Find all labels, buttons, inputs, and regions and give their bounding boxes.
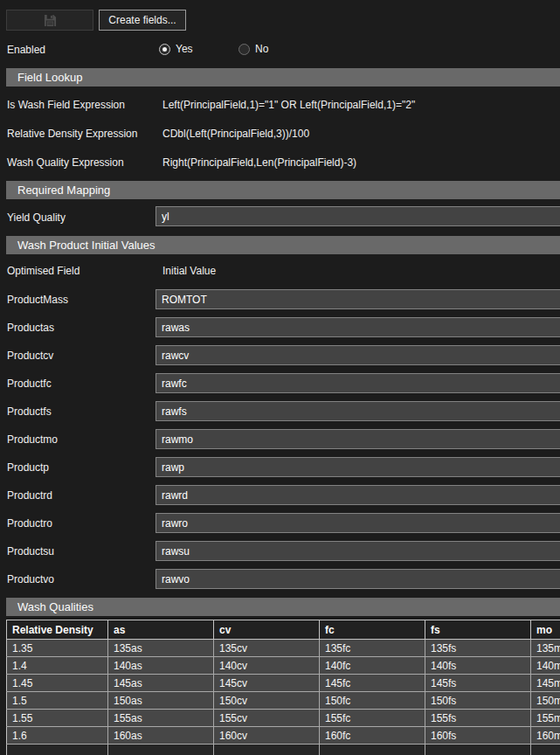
table-cell[interactable]: 150fs xyxy=(425,692,531,710)
initial-value-input-productvo[interactable] xyxy=(156,569,560,589)
table-row: 1.45145as145cv145fc145fs145mo xyxy=(7,675,560,692)
table-row: 1.55155as155cv155fc155fs155mo xyxy=(7,710,560,727)
optimised-field-label: Productfs xyxy=(7,405,52,418)
table-row: 1.6160as160cv160fc160fs160mo xyxy=(7,727,560,745)
table-cell[interactable]: 150cv xyxy=(214,692,320,710)
expression-row-value: Left(PrincipalField,1)="1" OR Left(Princ… xyxy=(162,99,415,111)
expression-row-label: Wash Quality Expression xyxy=(7,156,124,169)
table-cell-empty[interactable] xyxy=(425,745,531,755)
column-header-as[interactable]: as xyxy=(108,620,214,640)
column-header-fc[interactable]: fc xyxy=(320,620,425,640)
table-cell[interactable]: 160fc xyxy=(320,727,425,745)
table-cell[interactable]: 160cv xyxy=(214,727,320,745)
table-row: 1.4140as140cv140fc140fs140mo xyxy=(7,657,560,675)
section-header-field-lookup: Field Lookup xyxy=(6,68,560,87)
optimised-field-label: Productfc xyxy=(7,378,52,390)
initial-value-input-productsu[interactable] xyxy=(156,541,560,561)
optimised-field-label: Productro xyxy=(7,517,52,530)
table-cell[interactable]: 155as xyxy=(108,710,214,727)
table-cell[interactable]: 160as xyxy=(108,727,214,745)
table-cell[interactable]: 135mo xyxy=(531,640,560,657)
initial-value-column-header: Initial Value xyxy=(162,265,216,277)
table-header-row: Relative Densityascvfcfsmo xyxy=(7,620,560,640)
save-button[interactable] xyxy=(6,10,93,31)
optimised-field-label: ProductMass xyxy=(7,294,68,306)
table-cell[interactable]: 1.6 xyxy=(7,727,108,745)
section-header-wash-product-initial-values: Wash Product Initial Values xyxy=(6,236,560,254)
expression-row-value: Right(PrincipalField,Len(PrincipalField)… xyxy=(162,156,356,169)
enabled-radio-no[interactable]: No xyxy=(239,42,268,56)
optimised-field-column-header: Optimised Field xyxy=(7,265,80,277)
table-cell[interactable]: 145mo xyxy=(531,675,560,692)
table-cell[interactable]: 140fc xyxy=(320,657,425,675)
table-cell[interactable]: 140fs xyxy=(425,657,531,675)
yield-quality-label: Yield Quality xyxy=(7,211,66,224)
table-cell[interactable]: 145fc xyxy=(320,675,425,692)
table-cell[interactable]: 145cv xyxy=(214,675,320,692)
column-header-mo[interactable]: mo xyxy=(531,620,560,640)
radio-yes-label: Yes xyxy=(176,43,193,55)
optimised-field-label: Productcv xyxy=(7,350,53,362)
table-cell[interactable]: 1.35 xyxy=(7,640,108,657)
table-row: 1.35135as135cv135fc135fs135mo xyxy=(7,640,560,657)
column-header-relative-density[interactable]: Relative Density xyxy=(7,620,108,640)
initial-value-input-productfc[interactable] xyxy=(156,373,560,393)
table-cell[interactable]: 140cv xyxy=(214,657,320,675)
table-cell[interactable]: 150mo xyxy=(531,692,560,710)
initial-value-input-productrd[interactable] xyxy=(156,485,560,505)
table-row: 1.5150as150cv150fc150fs150mo xyxy=(7,692,560,710)
new-row-placeholder[interactable] xyxy=(7,745,560,755)
expression-row-label: Relative Density Expression xyxy=(7,128,137,140)
yield-quality-input[interactable] xyxy=(156,206,560,226)
table-cell-empty[interactable] xyxy=(108,745,214,755)
table-cell[interactable]: 135fc xyxy=(320,640,425,657)
radio-selected-icon[interactable] xyxy=(159,44,170,55)
enabled-label: Enabled xyxy=(7,44,45,56)
table-cell[interactable]: 140mo xyxy=(531,657,560,675)
table-cell[interactable]: 135as xyxy=(108,640,214,657)
optimised-field-label: Productvo xyxy=(7,573,54,585)
table-cell[interactable]: 160fs xyxy=(425,727,531,745)
table-cell[interactable]: 155cv xyxy=(214,710,320,727)
initial-value-input-productfs[interactable] xyxy=(156,401,560,421)
table-cell-empty[interactable] xyxy=(7,745,108,755)
table-cell[interactable]: 135cv xyxy=(214,640,320,657)
table-cell[interactable]: 140as xyxy=(108,657,214,675)
expression-row-value: CDbl(Left(PrincipalField,3))/100 xyxy=(162,128,309,140)
optimised-field-label: Productas xyxy=(7,322,54,334)
optimised-field-label: Productrd xyxy=(7,489,52,502)
initial-value-input-productcv[interactable] xyxy=(156,345,560,365)
table-cell[interactable]: 155mo xyxy=(531,710,560,727)
wash-qualities-table-wrap: Relative Densityascvfcfsmo 1.35135as135c… xyxy=(6,620,560,755)
table-cell-empty[interactable] xyxy=(320,745,425,755)
optimised-field-label: Productmo xyxy=(7,433,58,446)
section-header-required-mapping: Required Mapping xyxy=(6,181,560,199)
enabled-radio-yes[interactable]: Yes xyxy=(159,42,193,56)
table-cell[interactable]: 155fs xyxy=(425,710,531,727)
table-cell[interactable]: 1.5 xyxy=(7,692,108,710)
create-fields-button[interactable]: Create fields... xyxy=(99,10,186,31)
column-header-cv[interactable]: cv xyxy=(214,620,320,640)
radio-unselected-icon[interactable] xyxy=(239,44,250,55)
table-cell[interactable]: 135fs xyxy=(425,640,531,657)
table-cell[interactable]: 1.45 xyxy=(7,675,108,692)
table-cell[interactable]: 1.55 xyxy=(7,710,108,727)
column-header-fs[interactable]: fs xyxy=(425,620,531,640)
initial-value-input-productro[interactable] xyxy=(156,513,560,533)
table-cell-empty[interactable] xyxy=(531,745,560,755)
section-header-wash-qualities: Wash Qualities xyxy=(6,598,560,616)
table-cell[interactable]: 160mo xyxy=(531,727,560,745)
initial-value-input-productp[interactable] xyxy=(156,457,560,477)
table-cell[interactable]: 150fc xyxy=(320,692,425,710)
table-cell[interactable]: 1.4 xyxy=(7,657,108,675)
table-cell[interactable]: 145as xyxy=(108,675,214,692)
table-cell[interactable]: 145fs xyxy=(425,675,531,692)
initial-value-input-productmo[interactable] xyxy=(156,429,560,449)
table-cell[interactable]: 150as xyxy=(108,692,214,710)
table-cell-empty[interactable] xyxy=(214,745,320,755)
initial-value-input-productas[interactable] xyxy=(156,317,560,337)
optimised-field-label: Productsu xyxy=(7,545,54,558)
initial-value-input-productmass[interactable] xyxy=(156,289,560,309)
save-icon xyxy=(44,14,57,27)
table-cell[interactable]: 155fc xyxy=(320,710,425,727)
